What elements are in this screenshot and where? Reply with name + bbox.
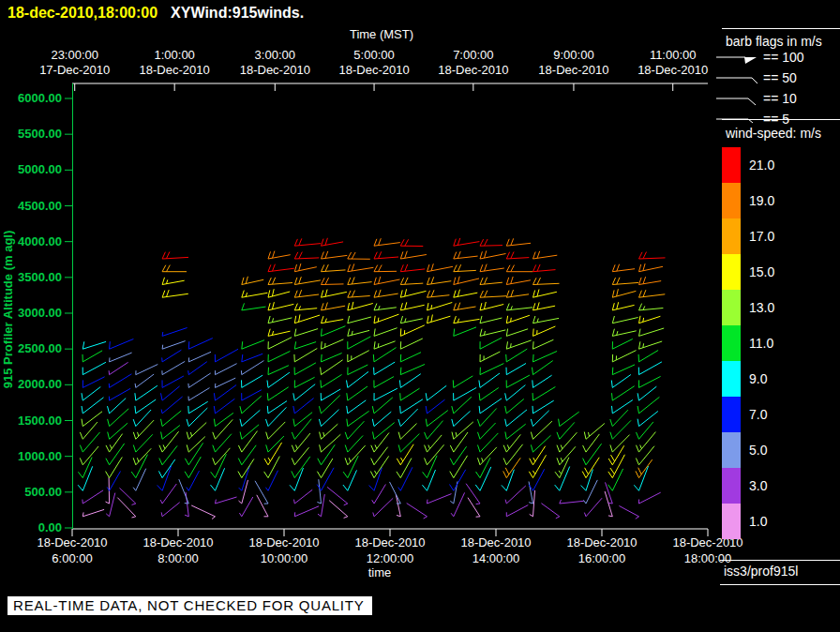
- pennant-icon: [714, 50, 759, 65]
- wind-barb: [318, 494, 324, 517]
- y-tick-label: 0.00: [38, 520, 62, 534]
- wind-barb: [533, 251, 558, 259]
- wind-barb: [533, 290, 557, 298]
- wind-barb: [374, 265, 397, 272]
- wind-barb: [159, 445, 177, 464]
- x-tick-label: 18-Dec-2010: [538, 63, 608, 77]
- wind-barb: [638, 412, 658, 427]
- wind-barb: [533, 264, 556, 272]
- wind-barb: [533, 326, 556, 336]
- wind-barb: [348, 337, 371, 349]
- wind-barb: [294, 341, 316, 349]
- source-label: iss3/prof915l: [724, 564, 798, 579]
- barb-legend-row: == 50: [714, 69, 797, 86]
- barb-legend-row: == 100: [714, 49, 804, 66]
- wind-barb: [428, 290, 450, 297]
- colorbar-swatch: [722, 468, 741, 504]
- wind-barb: [532, 361, 553, 375]
- wind-barb: [322, 316, 344, 324]
- wind-barb: [480, 338, 502, 349]
- y-axis: 0.00500.001000.001500.002000.002500.0030…: [1, 83, 73, 534]
- wind-barb: [348, 329, 369, 337]
- wind-barb: [82, 351, 102, 362]
- wind-barb: [374, 328, 398, 337]
- x-tick-label: 18-Dec-2010: [566, 535, 637, 549]
- wind-barb: [398, 434, 419, 453]
- colorbar-title: wind-speed: m/s: [726, 126, 821, 141]
- wind-barb: [188, 388, 210, 401]
- colorbar-label: 21.0: [749, 158, 774, 173]
- wind-barb: [255, 481, 268, 504]
- wind-barb: [187, 471, 200, 490]
- wind-barb: [82, 341, 106, 349]
- wind-barb: [454, 316, 480, 324]
- wind-barb: [322, 238, 344, 246]
- wind-barb: [452, 397, 472, 414]
- wind-barb: [612, 289, 636, 297]
- wind-barb: [242, 375, 263, 387]
- wind-barb: [454, 387, 477, 400]
- wind-barb: [533, 316, 560, 324]
- colorbar-swatch: [722, 361, 741, 397]
- wind-barb: [239, 497, 252, 517]
- wind-barb: [454, 264, 476, 272]
- separator-line: [720, 560, 840, 561]
- wind-barb: [191, 505, 215, 519]
- wind-barb: [480, 352, 500, 362]
- wind-barb: [612, 302, 634, 310]
- wind-barb: [451, 492, 465, 516]
- wind-barb: [466, 484, 480, 504]
- y-tick-label: 2000.00: [18, 377, 62, 391]
- wind-barb: [374, 304, 397, 310]
- wind-barb: [374, 377, 394, 388]
- wind-barb: [428, 263, 454, 272]
- x-tick-label: 18-Dec-2010: [37, 535, 107, 549]
- wind-barb: [268, 278, 292, 285]
- wind-barb: [612, 329, 636, 337]
- wind-barb: [400, 339, 423, 349]
- wind-barb: [348, 263, 374, 271]
- wind-barb: [109, 362, 128, 374]
- wind-barb: [322, 354, 342, 362]
- colorbar-swatch: [722, 325, 741, 361]
- colorbar-swatch: [722, 254, 741, 290]
- x-axis-bottom-title: time: [368, 565, 392, 579]
- wind-barb: [454, 327, 476, 337]
- wind-barb: [214, 399, 234, 414]
- wind-barb: [185, 443, 202, 464]
- wind-barb: [426, 399, 444, 414]
- wind-barb: [450, 470, 466, 491]
- wind-barb: [240, 396, 262, 414]
- wind-barb: [82, 377, 104, 388]
- wind-barb: [372, 485, 386, 504]
- wind-barb: [268, 338, 292, 350]
- wind-barb: [348, 316, 371, 324]
- wind-barb: [135, 385, 158, 400]
- wind-barb: [505, 424, 526, 439]
- wind-barb: [188, 352, 211, 362]
- wind-barb: [374, 314, 398, 324]
- wind-barb: [610, 435, 630, 453]
- wind-barb: [348, 302, 373, 310]
- wind-barb: [345, 421, 364, 439]
- wind-barb: [162, 265, 187, 272]
- wind-barb: [131, 455, 147, 478]
- y-axis-title: 915 Profiler Altitude (m agl): [1, 231, 15, 389]
- x-tick-label: 8:00:00: [158, 551, 198, 565]
- wind-barb: [294, 377, 314, 387]
- wind-barb: [185, 457, 201, 478]
- wind-barb: [533, 339, 554, 349]
- x-tick-label: 14:00:00: [472, 551, 520, 565]
- wind-barb: [426, 385, 446, 400]
- wind-barb: [374, 362, 396, 375]
- wind-barb: [612, 264, 635, 272]
- barb-legend-row: == 10: [714, 90, 797, 107]
- y-tick-label: 4000.00: [18, 234, 62, 248]
- barb-legend-label: == 100: [763, 50, 804, 65]
- wind-barb: [320, 434, 341, 452]
- wind-barb: [294, 277, 321, 284]
- wind-barb: [506, 277, 531, 285]
- wind-barb: [506, 349, 528, 362]
- wind-barb: [400, 353, 421, 362]
- wind-barb: [396, 494, 400, 517]
